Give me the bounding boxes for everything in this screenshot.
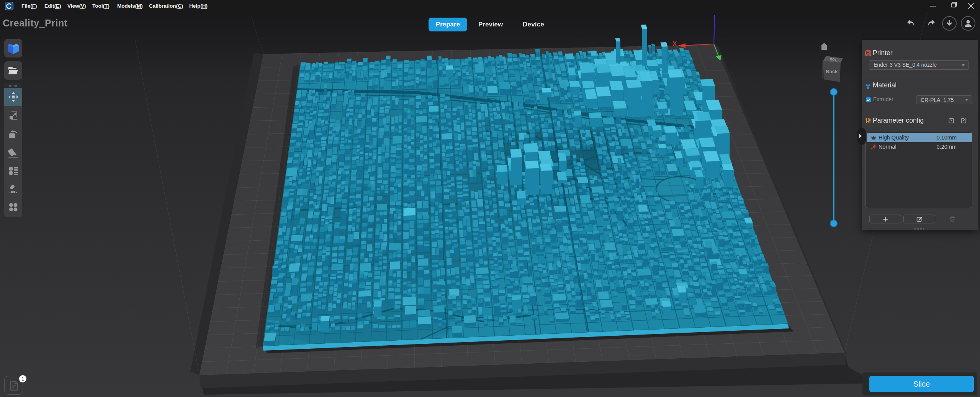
svg-text:Back: Back xyxy=(826,69,838,74)
svg-text:Top: Top xyxy=(829,57,837,62)
